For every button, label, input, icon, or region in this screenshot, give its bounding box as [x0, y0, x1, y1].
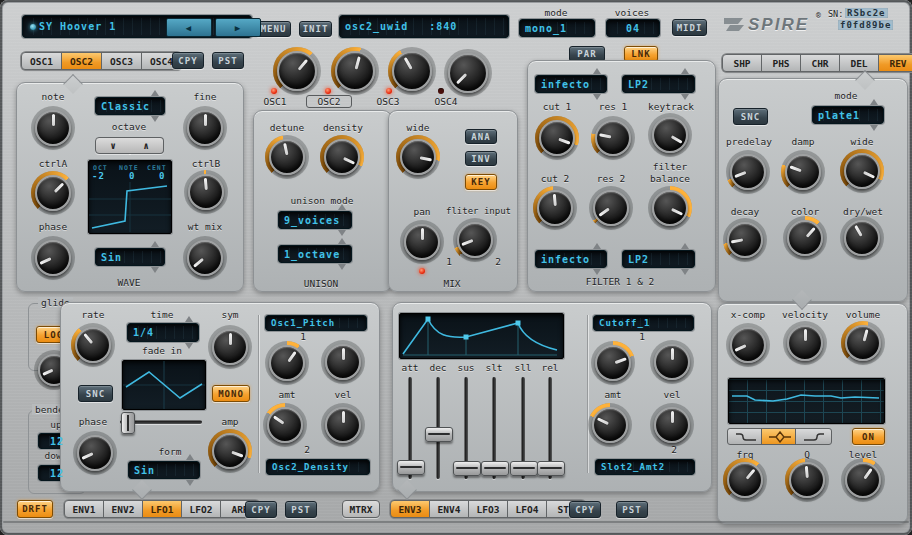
eq-highshelf-button[interactable] — [795, 428, 832, 445]
env-slot2-vel-knob[interactable] — [650, 403, 694, 447]
reverb-wide-knob[interactable] — [840, 149, 884, 193]
env-slot2-target-display[interactable]: Slot2_Amt2 — [595, 459, 695, 475]
preset-display[interactable]: SY Hoover 1 ◀ ▶ — [22, 15, 252, 38]
cut1-knob[interactable] — [535, 116, 579, 160]
analog-button[interactable]: ANA — [465, 129, 497, 144]
lfo-mono-button[interactable]: MONO — [212, 385, 250, 402]
drift-button[interactable]: DRFT — [17, 500, 53, 518]
tab-osc2[interactable]: OSC2 — [61, 52, 102, 70]
tab-env3[interactable]: ENV3 — [390, 500, 430, 518]
env-slot1-amt-knob[interactable] — [591, 341, 635, 385]
lfo-form-select[interactable]: Sin — [128, 461, 200, 479]
dropdown-down-icon[interactable] — [151, 267, 159, 273]
wtmix-knob[interactable] — [183, 236, 227, 280]
lfo-fade-slider[interactable] — [118, 412, 204, 432]
invert-button[interactable]: INV — [465, 151, 497, 166]
menu-button[interactable]: MENU — [256, 21, 291, 37]
fine-knob[interactable] — [183, 106, 227, 150]
note-knob[interactable] — [31, 106, 75, 150]
tab-lfo2[interactable]: LFO2 — [181, 500, 221, 518]
lfo-amp-knob[interactable] — [208, 429, 252, 473]
envelope-graph[interactable] — [399, 313, 564, 359]
lfo-slot2-vel-knob[interactable] — [321, 403, 365, 447]
drywet-knob[interactable] — [840, 216, 884, 260]
lfo-sym-knob[interactable] — [208, 325, 252, 369]
filter-balance-knob[interactable] — [648, 186, 692, 230]
lfo-sync-button[interactable]: SNC — [78, 385, 113, 402]
dropdown-down-icon[interactable] — [681, 269, 689, 275]
eq-display[interactable] — [728, 378, 885, 424]
lfo-rate-knob[interactable] — [71, 323, 115, 367]
dropdown-down-icon[interactable] — [593, 269, 601, 275]
preset-prev-button[interactable]: ◀ — [166, 18, 212, 37]
tab-lfo1[interactable]: LFO1 — [142, 500, 182, 518]
keytrack-knob[interactable] — [648, 113, 692, 157]
dropdown-up-icon[interactable] — [681, 243, 689, 249]
voices-display[interactable]: 04 — [606, 19, 660, 37]
env-paste-button[interactable]: PST — [616, 501, 648, 518]
dropdown-down-icon[interactable] — [593, 94, 601, 100]
ctrla-knob[interactable] — [31, 171, 75, 215]
env-handle[interactable] — [516, 321, 521, 326]
dropdown-down-icon[interactable] — [185, 343, 193, 349]
tab-chorus[interactable]: CHR — [800, 54, 840, 72]
eq-peak-button[interactable] — [761, 428, 798, 445]
mode-display[interactable]: mono_1 — [519, 19, 595, 37]
lfo-phase-knob[interactable] — [73, 431, 117, 475]
eq-on-button[interactable]: ON — [852, 428, 885, 445]
dropdown-up-icon[interactable] — [338, 204, 346, 210]
env-slot1-target-display[interactable]: Cutoff_1 — [593, 315, 694, 331]
decay-slider[interactable] — [425, 375, 451, 481]
release-slider[interactable] — [537, 375, 563, 481]
osc1-level-knob[interactable] — [273, 47, 321, 95]
lfo-slot1-vel-knob[interactable] — [321, 340, 365, 384]
tab-lfo3[interactable]: LFO3 — [468, 500, 508, 518]
tab-delay[interactable]: DEL — [839, 54, 879, 72]
note-value[interactable]: 0 — [129, 171, 135, 181]
ctrlb-knob[interactable] — [184, 170, 228, 214]
osc-phase-knob[interactable] — [31, 236, 75, 280]
matrix-button[interactable]: MTRX — [342, 500, 380, 518]
env-slot1-vel-knob[interactable] — [650, 340, 694, 384]
osc4-level-knob[interactable] — [444, 49, 492, 97]
init-button[interactable]: INIT — [299, 21, 332, 37]
lfo-slot1-target-display[interactable]: Osc1_Pitch — [265, 315, 367, 331]
sustain-slider[interactable] — [453, 375, 479, 481]
dropdown-up-icon[interactable] — [870, 99, 878, 105]
tab-osc1[interactable]: OSC1 — [21, 52, 62, 70]
dropdown-down-icon[interactable] — [681, 94, 689, 100]
decay-knob[interactable] — [723, 218, 767, 262]
unison-octave-select[interactable]: 1_octave — [278, 245, 352, 263]
dropdown-up-icon[interactable] — [151, 90, 159, 96]
dropdown-down-icon[interactable] — [870, 125, 878, 131]
unison-voices-select[interactable]: 9_voices — [278, 211, 352, 229]
lfo-copy-button[interactable]: CPY — [245, 501, 277, 518]
filter2-mode-select[interactable]: LP2 — [622, 250, 695, 268]
eq-lowshelf-button[interactable] — [727, 428, 764, 445]
dropdown-up-icon[interactable] — [186, 454, 194, 460]
filter2-type-select[interactable]: infecto — [535, 250, 607, 268]
lfo-paste-button[interactable]: PST — [285, 501, 317, 518]
tab-lfo4[interactable]: LFO4 — [507, 500, 547, 518]
keytrack-button[interactable]: KEY — [465, 174, 497, 190]
damp-knob[interactable] — [781, 150, 825, 194]
wave-type-select[interactable]: Classic — [95, 97, 165, 115]
frq-knob[interactable] — [723, 458, 767, 502]
osc2-level-knob[interactable] — [331, 47, 379, 95]
predelay-knob[interactable] — [726, 150, 770, 194]
density-knob[interactable] — [320, 135, 364, 179]
filter-input-knob[interactable] — [453, 218, 497, 262]
res1-knob[interactable] — [591, 116, 635, 160]
preset-next-button[interactable]: ▶ — [215, 18, 261, 37]
xcomp-knob[interactable] — [726, 323, 770, 367]
osc3-level-knob[interactable] — [388, 47, 436, 95]
cent-value[interactable]: 0 — [159, 171, 165, 181]
lfo-slot2-target-display[interactable]: Osc2_Density — [266, 459, 370, 475]
dropdown-down-icon[interactable] — [338, 230, 346, 236]
dropdown-down-icon[interactable] — [186, 480, 194, 486]
dropdown-up-icon[interactable] — [681, 68, 689, 74]
dropdown-up-icon[interactable] — [338, 238, 346, 244]
env-copy-button[interactable]: CPY — [569, 501, 601, 518]
velocity-knob[interactable] — [783, 321, 827, 365]
detune-knob[interactable] — [265, 135, 309, 179]
